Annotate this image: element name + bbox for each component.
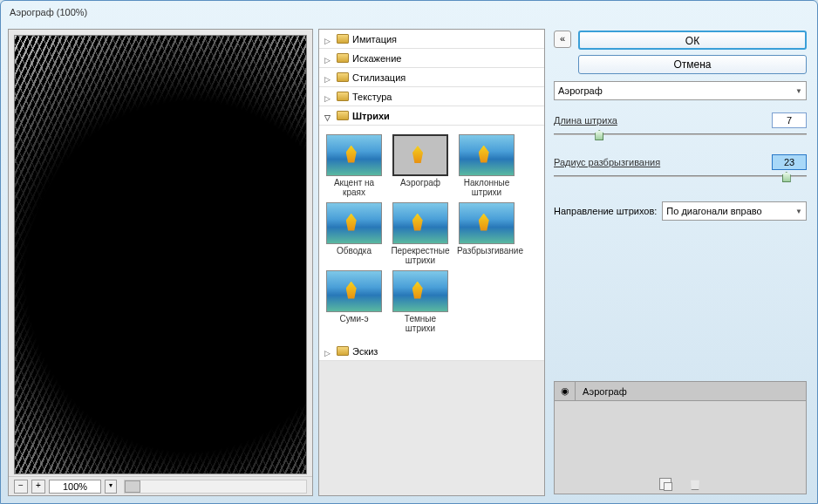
layer-name: Аэрограф: [576, 386, 806, 397]
tree-item-imitation[interactable]: Имитация: [319, 30, 544, 49]
param-spray-radius: Радиус разбрызгивания: [554, 149, 807, 184]
preview-image: [15, 36, 306, 473]
chevrons-icon: «: [560, 33, 565, 44]
preview-controls: − + 100% ▾: [9, 476, 312, 495]
tree-item-stylization[interactable]: Стилизация: [319, 68, 544, 87]
stroke-length-slider[interactable]: [554, 130, 807, 142]
thumb-label: Наклонные штрихи: [457, 178, 516, 197]
filter-browser: Имитация Искажение Стилизация Текстура: [318, 29, 545, 496]
thumb-image: [392, 134, 448, 176]
slider-track: [554, 175, 807, 177]
button-column: ОК Отмена: [578, 31, 807, 74]
folder-icon: [337, 72, 349, 82]
thumb-label: Суми-э: [324, 314, 384, 333]
cancel-button[interactable]: Отмена: [578, 55, 807, 74]
slider-thumb[interactable]: [782, 172, 791, 182]
filter-thumbnails: Акцент на краях Аэрограф Наклонные штрих…: [319, 126, 544, 342]
eye-icon: ◉: [561, 385, 569, 396]
filter-tree-bottom: Эскиз: [319, 342, 544, 361]
zoom-dropdown[interactable]: ▾: [105, 480, 117, 494]
dropdown-arrow-icon: ▼: [795, 208, 802, 215]
thumb-image: [326, 134, 382, 176]
settings-panel: « ОК Отмена Аэрограф ▼ Длина штриха: [550, 29, 810, 496]
param-label: Длина штриха: [554, 115, 765, 126]
thumb-sumie[interactable]: Суми-э: [323, 269, 385, 335]
visibility-toggle[interactable]: ◉: [555, 382, 576, 400]
dialog-window: Аэрограф (100%) − + 100% ▾: [0, 0, 818, 504]
tree-label: Стилизация: [352, 72, 406, 83]
tree-label: Имитация: [352, 34, 397, 44]
chevron-right-icon: [324, 54, 333, 63]
thumb-image: [326, 202, 382, 244]
spray-radius-slider[interactable]: [554, 172, 807, 184]
thumb-angled-strokes[interactable]: Наклонные штрихи: [455, 133, 518, 199]
direction-select[interactable]: По диагонали вправо ▼: [662, 201, 807, 221]
tree-label: Эскиз: [352, 346, 378, 357]
spray-radius-input[interactable]: [772, 154, 807, 170]
chevron-right-icon: [324, 35, 333, 44]
hscroll-thumb[interactable]: [125, 480, 140, 493]
thumb-label: Обводка: [324, 246, 384, 265]
layer-row[interactable]: ◉ Аэрограф: [555, 382, 806, 401]
chevron-down-icon: [324, 112, 333, 120]
filter-tree: Имитация Искажение Стилизация Текстура: [319, 30, 544, 126]
effect-layers-panel: ◉ Аэрограф: [554, 381, 807, 494]
thumb-image: [392, 202, 448, 244]
filter-select[interactable]: Аэрограф ▼: [554, 81, 807, 100]
direction-select-value: По диагонали вправо: [666, 206, 795, 216]
tree-item-distortion[interactable]: Искажение: [319, 49, 544, 68]
tree-item-strokes[interactable]: Штрихи: [319, 106, 544, 126]
layers-footer: [555, 474, 806, 494]
titlebar[interactable]: Аэрограф (100%): [1, 1, 817, 25]
direction-label: Направление штрихов:: [554, 206, 657, 216]
param-direction: Направление штрихов: По диагонали вправо…: [554, 201, 807, 221]
folder-icon: [337, 34, 349, 44]
preview-panel: − + 100% ▾: [8, 29, 313, 496]
folder-icon: [337, 346, 349, 356]
layers-body: [555, 401, 806, 474]
folder-icon: [337, 111, 349, 120]
chevron-right-icon: [324, 73, 333, 82]
tree-empty-area: [319, 361, 544, 495]
tree-label: Текстура: [352, 92, 392, 102]
tree-item-sketch[interactable]: Эскиз: [319, 342, 544, 361]
collapse-button[interactable]: «: [554, 31, 571, 48]
chevron-right-icon: [324, 347, 333, 356]
thumb-image: [459, 134, 515, 176]
tree-label: Штрихи: [352, 111, 390, 121]
filter-select-value: Аэрограф: [558, 85, 795, 96]
delete-layer-icon[interactable]: [689, 478, 701, 490]
thumb-crosshatch[interactable]: Перекрестные штрихи: [389, 201, 452, 267]
thumb-label: Аэрограф: [391, 178, 450, 197]
thumb-spatter[interactable]: Разбрызгивание: [455, 201, 518, 267]
thumb-dark-strokes[interactable]: Темные штрихи: [389, 269, 452, 335]
thumb-image: [459, 202, 515, 244]
dropdown-arrow-icon: ▼: [795, 87, 802, 95]
zoom-out-button[interactable]: −: [14, 480, 28, 494]
content: − + 100% ▾ Имитация Искаже: [1, 25, 817, 503]
folder-icon: [337, 92, 349, 101]
tree-item-texture[interactable]: Текстура: [319, 87, 544, 106]
chevron-right-icon: [324, 92, 333, 101]
slider-track: [554, 133, 807, 135]
zoom-value[interactable]: 100%: [49, 480, 101, 494]
tree-label: Искажение: [352, 53, 401, 64]
folder-icon: [337, 53, 349, 63]
ok-button[interactable]: ОК: [578, 31, 807, 50]
param-stroke-length: Длина штриха: [554, 107, 807, 142]
thumb-label: Перекрестные штрихи: [391, 246, 450, 265]
new-layer-icon[interactable]: [659, 478, 671, 490]
preview-hscrollbar[interactable]: [124, 480, 307, 494]
thumb-label: Темные штрихи: [391, 314, 450, 333]
zoom-in-button[interactable]: +: [31, 480, 45, 494]
thumb-airbrush[interactable]: Аэрограф: [389, 133, 452, 199]
stroke-length-input[interactable]: [772, 112, 807, 128]
top-buttons: « ОК Отмена: [554, 31, 807, 74]
thumb-image: [392, 270, 448, 312]
thumb-accent-edges[interactable]: Акцент на краях: [323, 133, 385, 199]
param-label: Радиус разбрызгивания: [554, 157, 765, 167]
preview-area[interactable]: [14, 35, 307, 474]
thumb-image: [326, 270, 382, 312]
thumb-outline[interactable]: Обводка: [323, 201, 385, 267]
slider-thumb[interactable]: [595, 130, 603, 140]
